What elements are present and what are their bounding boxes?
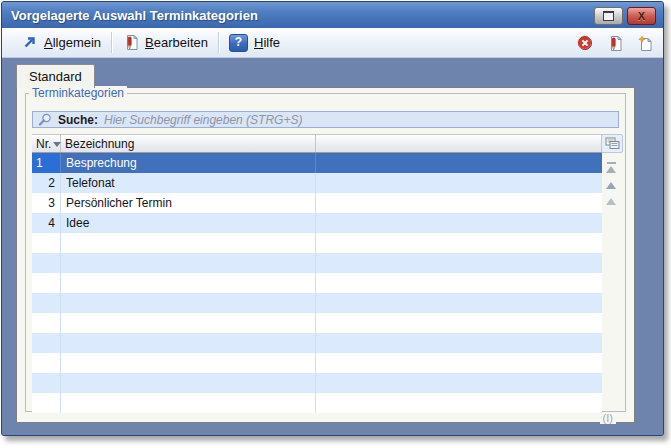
- cell-nr[interactable]: [32, 313, 61, 333]
- cell-bezeichnung[interactable]: [61, 353, 316, 373]
- cell-empty[interactable]: [316, 233, 602, 253]
- scroll-row-up-button[interactable]: [605, 198, 617, 205]
- table-row[interactable]: [32, 393, 602, 413]
- cell-bezeichnung[interactable]: [61, 393, 316, 413]
- toolbar-button-hilfe[interactable]: ? Hilfe: [222, 31, 287, 55]
- cell-empty[interactable]: [316, 293, 602, 313]
- cell-empty[interactable]: [316, 333, 602, 353]
- cell-bezeichnung[interactable]: Besprechung: [61, 153, 316, 173]
- search-label: Suche:: [58, 113, 98, 127]
- table-row[interactable]: [32, 313, 602, 333]
- close-icon: X: [638, 11, 645, 22]
- groupbox-terminkategorien: Terminkategorien Suche:: [25, 93, 626, 412]
- cell-empty[interactable]: [316, 173, 602, 193]
- table-row[interactable]: [32, 273, 602, 293]
- toolbar-label: Bearbeiten: [145, 35, 208, 50]
- cell-bezeichnung[interactable]: [61, 253, 316, 273]
- scroll-to-top-icon: [607, 162, 616, 164]
- cell-bezeichnung[interactable]: [61, 333, 316, 353]
- arrow-up-icon: [606, 198, 616, 205]
- cell-empty[interactable]: [316, 253, 602, 273]
- cell-bezeichnung[interactable]: [61, 273, 316, 293]
- table-row[interactable]: [32, 373, 602, 393]
- arrow-up-right-icon: [21, 34, 38, 51]
- cell-empty[interactable]: [316, 213, 602, 233]
- grid-side-controls: [599, 134, 623, 205]
- table-row[interactable]: [32, 293, 602, 313]
- cell-nr[interactable]: [32, 293, 61, 313]
- toolbar-button-bearbeiten[interactable]: Bearbeiten: [115, 31, 215, 55]
- cell-nr[interactable]: [32, 253, 61, 273]
- dialog-window: Vorgelagerte Auswahl Terminkategorien X …: [1, 1, 664, 436]
- cell-nr[interactable]: [32, 233, 61, 253]
- cell-bezeichnung[interactable]: [61, 373, 316, 393]
- cell-bezeichnung[interactable]: Idee: [61, 213, 316, 233]
- cell-nr[interactable]: 4: [32, 213, 61, 233]
- column-header-nr[interactable]: Nr.: [32, 135, 61, 152]
- cell-nr[interactable]: [32, 373, 61, 393]
- scroll-to-top-icon: [606, 166, 616, 173]
- cell-bezeichnung[interactable]: [61, 313, 316, 333]
- cancel-icon[interactable]: [576, 35, 593, 52]
- table-row[interactable]: 1Besprechung: [32, 153, 602, 173]
- toolbar-separator: [111, 32, 112, 53]
- table-row[interactable]: 3Persönlicher Termin: [32, 193, 602, 213]
- table-row[interactable]: [32, 353, 602, 373]
- terminkategorien-table: Nr. Bezeichnung 1Besprechung2Telefonat3P…: [32, 134, 602, 413]
- table-row[interactable]: 4Idee: [32, 213, 602, 233]
- cell-nr[interactable]: 2: [32, 173, 61, 193]
- edit-document-icon[interactable]: [606, 35, 623, 52]
- search-input[interactable]: [104, 113, 618, 127]
- cell-nr[interactable]: [32, 273, 61, 293]
- column-header-bezeichnung[interactable]: Bezeichnung: [61, 135, 316, 152]
- search-bar[interactable]: Suche:: [32, 111, 619, 128]
- groupbox-label: Terminkategorien: [29, 86, 127, 100]
- toolbar-separator: [218, 32, 219, 53]
- table-row[interactable]: [32, 233, 602, 253]
- cell-bezeichnung[interactable]: [61, 293, 316, 313]
- cell-empty[interactable]: [316, 193, 602, 213]
- table-row[interactable]: [32, 333, 602, 353]
- scroll-to-top-button[interactable]: [605, 162, 617, 173]
- toolbar: Allgemein Bearbeiten ? Hilfe: [2, 28, 663, 58]
- restore-button[interactable]: [594, 7, 623, 25]
- column-chooser-icon: [605, 137, 620, 150]
- cell-empty[interactable]: [316, 153, 602, 173]
- cell-empty[interactable]: [316, 273, 602, 293]
- cell-nr[interactable]: [32, 393, 61, 413]
- toolbar-label: Allgemein: [44, 35, 101, 50]
- tab-label: Standard: [29, 69, 82, 84]
- cell-bezeichnung[interactable]: [61, 233, 316, 253]
- cell-empty[interactable]: [316, 313, 602, 333]
- toolbar-button-allgemein[interactable]: Allgemein: [14, 31, 108, 55]
- table-body: 1Besprechung2Telefonat3Persönlicher Term…: [32, 153, 602, 413]
- tab-standard[interactable]: Standard: [16, 64, 95, 88]
- titlebar[interactable]: Vorgelagerte Auswahl Terminkategorien X: [2, 2, 663, 28]
- cell-nr[interactable]: 1: [32, 153, 61, 173]
- window-title: Vorgelagerte Auswahl Terminkategorien: [2, 8, 258, 23]
- search-icon: [38, 113, 52, 126]
- cell-empty[interactable]: [316, 393, 602, 413]
- cell-empty[interactable]: [316, 373, 602, 393]
- close-button[interactable]: X: [627, 7, 656, 25]
- restore-icon: [603, 11, 614, 21]
- column-header-empty[interactable]: [316, 135, 602, 152]
- help-icon: ?: [229, 34, 248, 52]
- record-indicator: (I): [600, 412, 616, 424]
- dialog-body: Standard Terminkategorien Suche:: [2, 58, 663, 435]
- column-chooser-button[interactable]: [601, 134, 623, 153]
- table-row[interactable]: 2Telefonat: [32, 173, 602, 193]
- toolbar-label: Hilfe: [254, 35, 280, 50]
- new-document-icon[interactable]: [636, 35, 653, 52]
- table-row[interactable]: [32, 253, 602, 273]
- cell-bezeichnung[interactable]: Persönlicher Termin: [61, 193, 316, 213]
- scroll-page-up-button[interactable]: [605, 182, 617, 189]
- table-header: Nr. Bezeichnung: [32, 134, 602, 153]
- cell-bezeichnung[interactable]: Telefonat: [61, 173, 316, 193]
- content-panel: Terminkategorien Suche:: [16, 87, 635, 423]
- cell-empty[interactable]: [316, 353, 602, 373]
- cell-nr[interactable]: 3: [32, 193, 61, 213]
- cell-nr[interactable]: [32, 353, 61, 373]
- edit-document-icon: [122, 34, 139, 51]
- cell-nr[interactable]: [32, 333, 61, 353]
